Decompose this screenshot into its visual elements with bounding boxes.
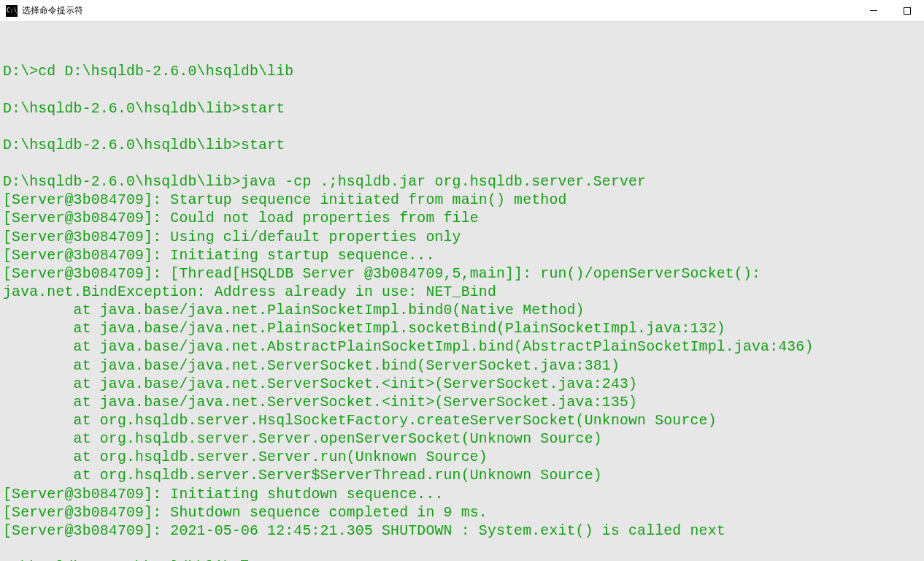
terminal-line: [Server@3b084709]: 2021-05-06 12:45:21.3… — [3, 522, 921, 541]
terminal-line — [3, 155, 921, 173]
terminal-line: at java.base/java.net.ServerSocket.<init… — [3, 375, 921, 394]
terminal-line: D:\>cd D:\hsqldb-2.6.0\hsqldb\lib — [3, 63, 921, 81]
svg-rect-1 — [904, 7, 911, 14]
terminal-line: [Server@3b084709]: Startup sequence init… — [3, 191, 921, 210]
terminal-line — [3, 81, 921, 99]
cmd-icon: C:\ — [6, 5, 18, 17]
minimize-icon — [870, 10, 877, 11]
terminal-line: at java.base/java.net.ServerSocket.<init… — [3, 394, 921, 412]
terminal-line: at java.base/java.net.PlainSocketImpl.bi… — [3, 302, 921, 320]
terminal-line: java.net.BindException: Address already … — [3, 283, 921, 302]
terminal-line: [Server@3b084709]: Initiating startup se… — [3, 247, 921, 265]
window-title: 选择命令提示符 — [22, 4, 857, 17]
terminal-line: at java.base/java.net.PlainSocketImpl.so… — [3, 320, 921, 338]
svg-rect-0 — [870, 10, 877, 11]
terminal-output[interactable]: D:\>cd D:\hsqldb-2.6.0\hsqldb\lib D:\hsq… — [0, 22, 924, 561]
terminal-line: at java.base/java.net.AbstractPlainSocke… — [3, 338, 921, 356]
terminal-line: at org.hsqldb.server.Server.run(Unknown … — [3, 449, 921, 467]
terminal-line: at java.base/java.net.ServerSocket.bind(… — [3, 357, 921, 375]
terminal-line: [Server@3b084709]: [Thread[HSQLDB Server… — [3, 265, 921, 283]
terminal-line: [Server@3b084709]: Shutdown sequence com… — [3, 504, 921, 522]
terminal-line: D:\hsqldb-2.6.0\hsqldb\lib>start — [3, 100, 921, 118]
terminal-line: at org.hsqldb.server.HsqlSocketFactory.c… — [3, 412, 921, 430]
window-titlebar: C:\ 选择命令提示符 — [0, 0, 924, 22]
terminal-line — [3, 541, 921, 559]
terminal-line: D:\hsqldb-2.6.0\hsqldb\lib>start — [3, 137, 921, 155]
terminal-line: D:\hsqldb-2.6.0\hsqldb\lib>java -cp .;hs… — [3, 173, 921, 191]
terminal-line — [3, 118, 921, 137]
window-controls — [857, 0, 924, 21]
terminal-line: [Server@3b084709]: Could not load proper… — [3, 210, 921, 228]
terminal-line: [Server@3b084709]: Using cli/default pro… — [3, 229, 921, 247]
terminal-line: at org.hsqldb.server.Server.openServerSo… — [3, 430, 921, 449]
terminal-line: at org.hsqldb.server.Server$ServerThread… — [3, 467, 921, 485]
minimize-button[interactable] — [857, 0, 890, 21]
terminal-line: [Server@3b084709]: Initiating shutdown s… — [3, 486, 921, 504]
maximize-button[interactable] — [890, 0, 924, 21]
maximize-icon — [904, 7, 911, 15]
